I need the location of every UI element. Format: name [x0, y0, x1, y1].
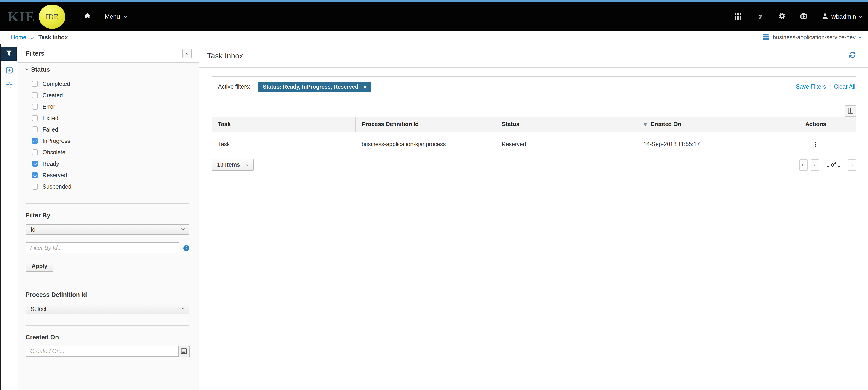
- apps-grid-button[interactable]: [734, 13, 742, 20]
- chevron-down-icon: [859, 14, 863, 18]
- help-icon: ?: [758, 13, 762, 21]
- column-header-process-definition-id[interactable]: Process Definition Id: [355, 117, 495, 132]
- status-section-title: Status: [31, 66, 50, 73]
- filter-by-field-select[interactable]: Id: [26, 224, 189, 235]
- chevron-down-icon: [123, 14, 127, 18]
- checkbox-checked[interactable]: [32, 161, 38, 167]
- process-definition-select[interactable]: Select: [26, 304, 189, 314]
- main-header: Task Inbox: [199, 44, 868, 68]
- content-area: ☆ Filters ‹ Status Completed: [0, 44, 868, 390]
- checkbox[interactable]: [32, 104, 38, 109]
- checkbox-checked[interactable]: [32, 138, 38, 144]
- cell-created-on: 14-Sep-2018 11:55:17: [637, 132, 775, 157]
- kebab-menu-icon[interactable]: ⋮: [812, 141, 819, 148]
- column-header-status[interactable]: Status: [495, 117, 637, 132]
- grid-footer: 10 Items « ‹ 1 of 1 ›: [212, 159, 856, 171]
- section-divider: [26, 283, 189, 283]
- breadcrumb-bar: Home » Task Inbox business-application-s…: [0, 31, 868, 44]
- kie-ide-logo[interactable]: KIE IDE: [8, 5, 65, 29]
- checkbox[interactable]: [32, 81, 38, 87]
- home-icon: [84, 12, 91, 21]
- status-option-created[interactable]: Created: [32, 90, 189, 101]
- menu-dropdown[interactable]: Menu: [105, 13, 127, 20]
- section-divider: [26, 325, 189, 326]
- active-filters-label: Active filters:: [218, 84, 250, 90]
- checkbox[interactable]: [32, 149, 38, 155]
- logo-ide-text: IDE: [46, 12, 59, 21]
- apply-filter-button[interactable]: Apply: [26, 261, 53, 272]
- navbar-utilities: ?: [734, 12, 862, 21]
- chevron-down-icon: [182, 306, 185, 310]
- home-button[interactable]: [84, 12, 91, 21]
- menu-label: Menu: [105, 13, 120, 20]
- server-name: business-application-service-dev: [773, 34, 856, 41]
- gear-icon: [778, 12, 786, 21]
- saved-filters-dock-tab[interactable]: ☆: [6, 81, 13, 90]
- status-option-ready[interactable]: Ready: [32, 158, 189, 169]
- status-option-inprogress[interactable]: InProgress: [32, 135, 189, 147]
- created-on-title: Created On: [26, 334, 189, 341]
- save-filters-link[interactable]: Save Filters: [796, 84, 826, 90]
- status-option-failed[interactable]: Failed: [32, 124, 189, 135]
- logo-ide-badge: IDE: [39, 5, 65, 29]
- status-checkbox-list: Completed Created Error Exited: [32, 78, 189, 192]
- column-header-created-on[interactable]: Created On: [637, 117, 775, 132]
- filters-title: Filters: [26, 49, 44, 57]
- settings-button[interactable]: [778, 12, 786, 21]
- page-title: Task Inbox: [207, 52, 243, 60]
- task-table: Task Process Definition Id Status Create…: [212, 117, 856, 157]
- cell-process-definition-id: business-application-kjar.process: [355, 132, 495, 157]
- checkbox[interactable]: [32, 127, 38, 132]
- filters-dock-tab[interactable]: [1, 46, 17, 61]
- status-option-obsolete[interactable]: Obsolete: [32, 147, 189, 158]
- breadcrumb-home-link[interactable]: Home: [11, 34, 26, 41]
- section-divider: [26, 203, 189, 204]
- filter-by-input-row: i: [26, 242, 189, 254]
- page-size-dropdown[interactable]: 10 Items: [212, 159, 254, 171]
- column-picker-button[interactable]: [845, 105, 856, 117]
- admin-tools-button[interactable]: [800, 12, 808, 21]
- status-option-exited[interactable]: Exited: [32, 112, 189, 124]
- new-item-dock-tab[interactable]: [6, 67, 13, 75]
- filter-by-title: Filter By: [26, 212, 189, 219]
- created-on-input[interactable]: [26, 346, 178, 357]
- status-option-suspended[interactable]: Suspended: [32, 181, 189, 192]
- server-template-selector[interactable]: business-application-service-dev: [763, 34, 861, 41]
- star-icon: ☆: [6, 81, 13, 90]
- table-row[interactable]: Task business-application-kjar.process R…: [212, 132, 856, 157]
- column-header-task[interactable]: Task: [212, 117, 355, 132]
- refresh-button[interactable]: [849, 51, 856, 60]
- created-on-input-group: [26, 346, 190, 357]
- cell-actions: ⋮: [775, 132, 856, 157]
- remove-filter-icon[interactable]: ×: [363, 84, 367, 90]
- filter-by-value-input[interactable]: [26, 242, 179, 254]
- checkbox[interactable]: [32, 92, 38, 98]
- filter-actions: Save Filters | Clear All: [796, 84, 855, 90]
- collapse-panel-button[interactable]: ‹: [182, 48, 191, 58]
- info-icon[interactable]: i: [183, 245, 189, 251]
- help-button[interactable]: ?: [756, 13, 764, 21]
- user-menu[interactable]: wbadmin: [822, 13, 862, 21]
- checkbox[interactable]: [32, 184, 38, 190]
- chevron-down-icon: [182, 227, 185, 230]
- process-definition-title: Process Definition Id: [26, 291, 189, 298]
- filters-panel-header: Filters ‹: [18, 44, 199, 63]
- status-option-completed[interactable]: Completed: [32, 78, 189, 90]
- chevron-down-icon: [25, 67, 28, 70]
- status-option-error[interactable]: Error: [32, 101, 189, 112]
- previous-page-button[interactable]: ‹: [811, 159, 819, 170]
- calendar-addon-button[interactable]: [178, 346, 190, 357]
- calendar-icon: [181, 347, 187, 356]
- grid-toolbar: [212, 105, 856, 117]
- page-info: 1 of 1: [826, 162, 841, 168]
- clear-all-link[interactable]: Clear All: [834, 84, 855, 90]
- username: wbadmin: [831, 13, 856, 20]
- checkbox-checked[interactable]: [32, 172, 38, 178]
- process-definition-selected-value: Select: [31, 306, 46, 312]
- filters-panel: Filters ‹ Status Completed Created: [18, 44, 199, 390]
- checkbox[interactable]: [32, 115, 38, 121]
- first-page-button[interactable]: «: [799, 159, 807, 170]
- status-option-reserved[interactable]: Reserved: [32, 169, 189, 181]
- status-section-toggle[interactable]: Status: [26, 66, 189, 73]
- next-page-button[interactable]: ›: [848, 159, 856, 170]
